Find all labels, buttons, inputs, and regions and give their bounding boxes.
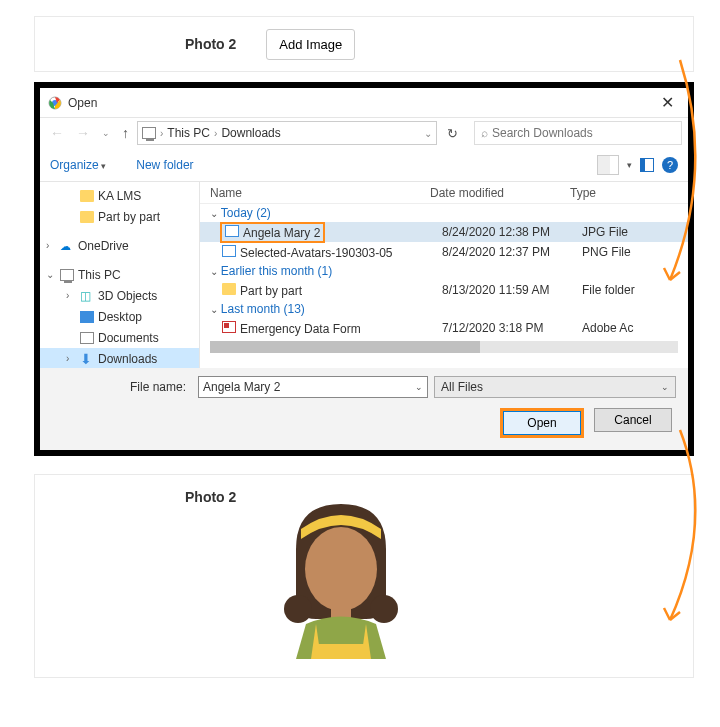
toolbar: Organize New folder ▾ ? [40, 148, 688, 182]
avatar-image [266, 489, 416, 659]
chevron-down-icon[interactable]: ⌄ [661, 382, 669, 392]
before-panel: Photo 2 Add Image [34, 16, 694, 72]
close-button[interactable]: ✕ [655, 93, 680, 112]
search-box[interactable]: ⌕ [474, 121, 682, 145]
tree-item-pbp[interactable]: Part by part [40, 206, 199, 227]
search-input[interactable] [492, 126, 675, 140]
title-bar: Open ✕ [40, 88, 688, 118]
open-dialog: Open ✕ ← → ⌄ ↑ › This PC › Downloads ⌄ ↻… [34, 82, 694, 456]
group-today[interactable]: Today (2) [200, 204, 688, 222]
image-icon [222, 245, 236, 257]
svg-rect-7 [316, 644, 366, 659]
tree-item-kalms[interactable]: KA LMS [40, 185, 199, 206]
help-button[interactable]: ? [662, 157, 678, 173]
recent-dropdown[interactable]: ⌄ [98, 126, 114, 140]
organize-menu[interactable]: Organize [50, 158, 106, 172]
chevron-icon: › [160, 128, 163, 139]
svg-point-5 [305, 527, 377, 611]
h-scrollbar[interactable] [210, 341, 678, 353]
pdf-icon [222, 321, 236, 333]
tree-item-downloads[interactable]: ⬇Downloads [40, 348, 199, 368]
cloud-icon: ☁ [60, 240, 74, 252]
download-icon: ⬇ [80, 353, 94, 365]
preview-button[interactable] [640, 158, 654, 172]
add-image-button[interactable]: Add Image [266, 29, 355, 60]
chrome-icon [48, 96, 62, 110]
file-row[interactable]: Selected-Avatars-190303-05 8/24/2020 12:… [200, 242, 688, 262]
tree-item-documents[interactable]: Documents [40, 327, 199, 348]
new-folder-button[interactable]: New folder [136, 158, 193, 172]
chevron-down-icon[interactable]: ⌄ [424, 128, 432, 139]
folder-icon [80, 211, 94, 223]
after-panel: Photo 2 [34, 474, 694, 678]
breadcrumb[interactable]: › This PC › Downloads ⌄ [137, 121, 437, 145]
pc-icon [60, 269, 74, 281]
photo-label-2: Photo 2 [185, 489, 236, 505]
desktop-icon [80, 311, 94, 323]
group-lastmonth[interactable]: Last month (13) [200, 300, 688, 318]
view-button[interactable] [597, 155, 619, 175]
folder-icon [80, 190, 94, 202]
dialog-body: KA LMS Part by part ☁OneDrive This PC ◫3… [40, 182, 688, 368]
file-list: Name Date modified Type Today (2) Angela… [200, 182, 688, 368]
chevron-icon: › [214, 128, 217, 139]
cube-icon: ◫ [80, 290, 94, 302]
svg-point-4 [370, 595, 398, 623]
filename-label: File name: [52, 380, 192, 394]
nav-bar: ← → ⌄ ↑ › This PC › Downloads ⌄ ↻ ⌕ [40, 118, 688, 148]
filename-input[interactable]: Angela Mary 2 ⌄ [198, 376, 428, 398]
file-row[interactable]: Emergency Data Form 7/12/2020 3:18 PM Ad… [200, 318, 688, 338]
col-name[interactable]: Name [210, 186, 430, 200]
refresh-button[interactable]: ↻ [441, 126, 464, 141]
dialog-footer: File name: Angela Mary 2 ⌄ All Files ⌄ O… [40, 368, 688, 450]
col-type[interactable]: Type [570, 186, 688, 200]
sidebar: KA LMS Part by part ☁OneDrive This PC ◫3… [40, 182, 200, 368]
crumb-thispc[interactable]: This PC [167, 126, 210, 140]
forward-button[interactable]: → [72, 123, 94, 143]
search-icon: ⌕ [481, 126, 488, 140]
file-filter[interactable]: All Files ⌄ [434, 376, 676, 398]
open-highlight: Open [500, 408, 584, 438]
image-icon [225, 225, 239, 237]
pc-icon [142, 127, 156, 139]
documents-icon [80, 332, 94, 344]
col-date[interactable]: Date modified [430, 186, 570, 200]
cancel-button[interactable]: Cancel [594, 408, 672, 432]
file-row[interactable]: Part by part 8/13/2020 11:59 AM File fol… [200, 280, 688, 300]
file-row-selected[interactable]: Angela Mary 2 8/24/2020 12:38 PM JPG Fil… [200, 222, 688, 242]
photo-label: Photo 2 [185, 36, 236, 52]
dialog-title: Open [68, 96, 97, 110]
crumb-downloads[interactable]: Downloads [221, 126, 280, 140]
tree-item-thispc[interactable]: This PC [40, 264, 199, 285]
column-headers: Name Date modified Type [200, 182, 688, 204]
tree-item-3d[interactable]: ◫3D Objects [40, 285, 199, 306]
svg-point-3 [284, 595, 312, 623]
group-earlier[interactable]: Earlier this month (1) [200, 262, 688, 280]
chevron-down-icon[interactable]: ⌄ [415, 382, 423, 392]
tree-item-onedrive[interactable]: ☁OneDrive [40, 235, 199, 256]
up-button[interactable]: ↑ [118, 123, 133, 143]
view-dropdown[interactable]: ▾ [627, 160, 632, 170]
folder-icon [222, 283, 236, 295]
open-button[interactable]: Open [503, 411, 581, 435]
back-button[interactable]: ← [46, 123, 68, 143]
tree-item-desktop[interactable]: Desktop [40, 306, 199, 327]
